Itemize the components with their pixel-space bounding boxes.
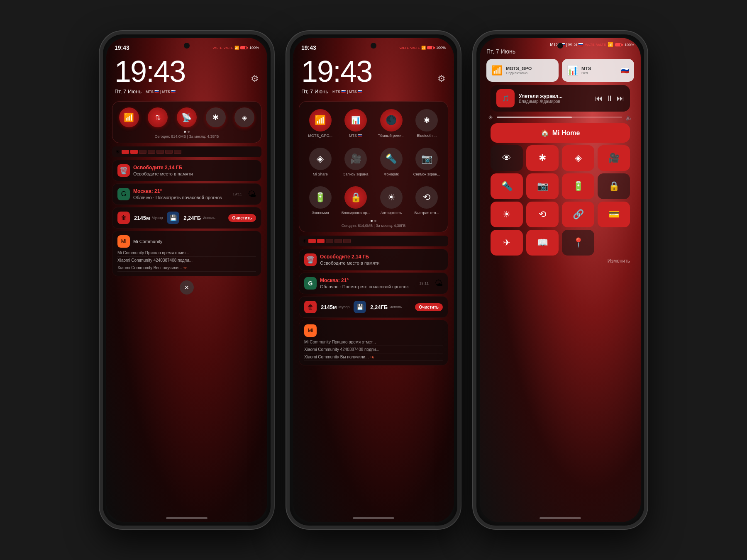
notif-cleanup-1[interactable]: 🗑 2145м Мусор 💾 2,24ГБ Исполь Очистить bbox=[112, 207, 261, 229]
carrier-label-2: MTS 🇷🇺 bbox=[349, 134, 363, 138]
ctrl-extra[interactable]: ◈ bbox=[232, 107, 257, 127]
qa-mishare[interactable]: ◈ bbox=[562, 145, 594, 171]
qa-flash[interactable]: 🔦 bbox=[491, 173, 523, 199]
ctrl-bluetooth[interactable]: ✱ bbox=[203, 107, 228, 127]
wifi-tile-sub: Подключено bbox=[506, 71, 532, 75]
bluetooth-btn-2[interactable]: ✱ bbox=[415, 109, 438, 131]
status-icons-2: VoLTE VoLTE 📶 100% bbox=[399, 46, 446, 50]
screenshot-btn[interactable]: 📷 bbox=[415, 148, 438, 170]
google-icon: G bbox=[117, 188, 130, 200]
notif-weather-2[interactable]: G Москва: 21° Облачно · Посмотреть почас… bbox=[299, 273, 448, 294]
trash-count-2: 2145м Мусор bbox=[321, 304, 349, 310]
music-artist: Владимир Ждамиров bbox=[519, 99, 591, 104]
close-button-1[interactable]: ✕ bbox=[180, 280, 194, 295]
qa-reading[interactable]: 📖 bbox=[526, 230, 559, 256]
qa-airplane[interactable]: ✈ bbox=[491, 230, 523, 256]
ctrl2-carrier[interactable]: 📊 MTS 🇷🇺 bbox=[340, 109, 372, 138]
record-btn[interactable]: 🎥 bbox=[344, 148, 367, 170]
notif-cleanup-2[interactable]: 🗑 2145м Мусор 💾 2,24ГБ Исполь Очистить bbox=[299, 296, 448, 318]
prev-btn[interactable]: ⏮ bbox=[595, 94, 603, 103]
gear-icon-2[interactable]: ⚙ bbox=[437, 73, 446, 84]
edit-button[interactable]: Изменить bbox=[491, 258, 630, 264]
carrier-btn-2[interactable]: 📊 bbox=[344, 109, 367, 131]
dot-1 bbox=[184, 131, 186, 133]
weather-title-2: Москва: 21° bbox=[320, 278, 416, 283]
ctrl2-brightness[interactable]: ☀ Автояркость bbox=[375, 186, 408, 215]
bluetooth-btn[interactable]: ✱ bbox=[206, 107, 226, 127]
notif-community-2[interactable]: Mi Mi Community Пришло время отмет... Xi… bbox=[299, 320, 448, 365]
brightness-icon: ☀ bbox=[488, 114, 493, 121]
ctrl2-flash[interactable]: 🔦 Фонарик bbox=[375, 148, 408, 176]
wifi-btn[interactable]: 📶 bbox=[119, 107, 139, 127]
qa-lock[interactable]: 🔒 bbox=[598, 173, 630, 199]
ctrl2-screenshot[interactable]: 📷 Снимок экран... bbox=[411, 148, 443, 176]
trash-icon-2: 🗑 bbox=[117, 212, 130, 224]
used-size: 2,24ГБ bbox=[183, 215, 201, 221]
status-icons-1: VoLTE VoLTE 📶 100% bbox=[212, 46, 259, 50]
dots-2 bbox=[302, 220, 445, 222]
qa-cam[interactable]: 📷 bbox=[526, 173, 559, 199]
used-count-2: 2,24ГБ Исполь bbox=[370, 304, 402, 310]
seg2-1 bbox=[308, 239, 316, 243]
weather-title: Москва: 21° bbox=[133, 188, 229, 194]
control-panel-1: 📶 ⇅ 📡 ✱ ◈ bbox=[112, 101, 261, 143]
qa-bluetooth[interactable]: ✱ bbox=[526, 145, 559, 171]
battery-btn-2[interactable]: 🔋 bbox=[309, 186, 332, 209]
brightness-btn[interactable]: ☀ bbox=[380, 186, 403, 209]
extra-btn[interactable]: ◈ bbox=[234, 107, 254, 127]
qa-rotate[interactable]: ⟲ bbox=[526, 202, 559, 227]
hotspot-btn[interactable]: 📡 bbox=[177, 107, 197, 127]
gear-icon-1[interactable]: ⚙ bbox=[251, 73, 259, 84]
qs-panel: 📶 MGTS_GPO Подключено 📊 MTS Вкл. 🇷🇺 bbox=[484, 56, 637, 268]
clean-button-2[interactable]: Очистить bbox=[415, 303, 443, 311]
notif-row-weather: G Москва: 21° Облачно · Посмотреть почас… bbox=[117, 188, 256, 200]
mishare-btn[interactable]: ◈ bbox=[309, 148, 332, 170]
ctrl2-dark[interactable]: 🌑 Тёмный режи... bbox=[375, 109, 408, 138]
battery-label-2: Экономия bbox=[312, 211, 329, 215]
qa-link[interactable]: 🔗 bbox=[562, 202, 594, 227]
sun-icon-1: ☀ bbox=[115, 149, 120, 155]
carrier-tile-sub: Вкл. bbox=[581, 71, 591, 75]
bluetooth-label-2: Bluetooth ... bbox=[417, 134, 437, 138]
data-btn[interactable]: ⇅ bbox=[148, 107, 168, 127]
pause-btn[interactable]: ⏸ bbox=[606, 94, 613, 103]
ctrl2-record[interactable]: 🎥 Запись экрана bbox=[340, 148, 372, 176]
qa-battery[interactable]: 🔋 bbox=[562, 173, 594, 199]
ctrl-wifi[interactable]: 📶 bbox=[117, 107, 142, 127]
qa-eye[interactable]: 👁 bbox=[491, 145, 523, 171]
ctrl2-wifi[interactable]: 📶 MGTS_GPO... bbox=[304, 109, 337, 138]
notif-weather-1[interactable]: G Москва: 21° Облачно · Посмотреть почас… bbox=[112, 183, 261, 205]
qa-location[interactable]: 📍 bbox=[562, 230, 594, 256]
ctrl-data[interactable]: ⇅ bbox=[146, 107, 171, 127]
qs-wifi-tile[interactable]: 📶 MGTS_GPO Подключено bbox=[486, 59, 559, 82]
wifi-btn-2[interactable]: 📶 bbox=[309, 109, 332, 131]
ctrl2-mishare[interactable]: ◈ Mi Share bbox=[304, 148, 337, 176]
weather-time: 19:11 bbox=[232, 192, 242, 196]
notif-storage-2[interactable]: 🗑️ Освободите 2,14 ГБ Освободите место в… bbox=[299, 249, 448, 270]
ctrl2-battery[interactable]: 🔋 Экономия bbox=[304, 186, 337, 215]
ctrl2-lock[interactable]: 🔒 Блокировка ор... bbox=[340, 186, 372, 215]
data-usage-2: Сегодня: 814,0МБ | За месяц: 4,38ГБ bbox=[302, 224, 445, 228]
qs-carrier-tile[interactable]: 📊 MTS Вкл. 🇷🇺 bbox=[562, 59, 634, 82]
notif-community-1[interactable]: Mi Mi Community Mi Community Пришло врем… bbox=[112, 231, 261, 276]
seg5 bbox=[156, 150, 164, 154]
ctrl2-bluetooth[interactable]: ✱ Bluetooth ... bbox=[411, 109, 443, 138]
lock-btn[interactable]: 🔒 bbox=[344, 186, 367, 209]
ctrl2-quick[interactable]: ⟲ Быстрая отп... bbox=[411, 186, 443, 215]
community-line-1: Mi Community Пришло время отмет... bbox=[117, 249, 256, 257]
notif-storage-1[interactable]: 🗑️ Освободите 2,14 ГБ Освободите место в… bbox=[112, 160, 261, 181]
used-size-2: 2,24ГБ bbox=[370, 304, 388, 310]
dark-btn-2[interactable]: 🌑 bbox=[380, 109, 403, 131]
quick-btn[interactable]: ⟲ bbox=[415, 186, 438, 209]
clean-button-1[interactable]: Очистить bbox=[228, 214, 256, 222]
qs-top-row: 📶 MGTS_GPO Подключено 📊 MTS Вкл. 🇷🇺 bbox=[486, 59, 634, 82]
qs-carrier-icon: 📊 bbox=[567, 65, 578, 76]
qa-video[interactable]: 🎥 bbox=[598, 145, 630, 171]
mihome-button[interactable]: 🏠 Mi Home bbox=[491, 123, 630, 143]
qa-card[interactable]: 💳 bbox=[598, 202, 630, 227]
qa-brightness[interactable]: ☀ bbox=[491, 202, 523, 227]
ctrl-hotspot[interactable]: 📡 bbox=[174, 107, 199, 127]
brightness-slider[interactable] bbox=[497, 117, 622, 118]
flash-btn[interactable]: 🔦 bbox=[380, 148, 403, 170]
next-btn[interactable]: ⏭ bbox=[617, 94, 624, 103]
